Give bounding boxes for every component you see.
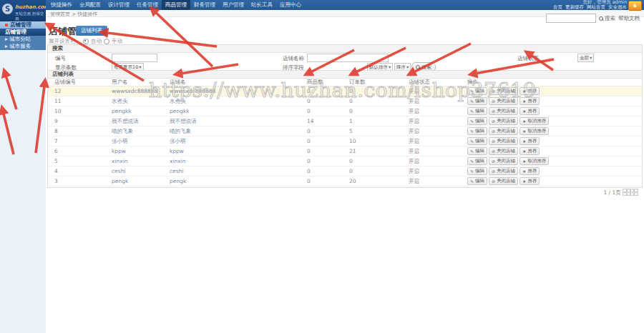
cell-goods-count: 0 — [301, 136, 343, 146]
top-link-网站首页[interactable]: 网站首页 — [587, 4, 605, 10]
top-link-安全退出[interactable]: 安全退出 — [608, 4, 627, 10]
edit-button[interactable]: ✎编辑 — [467, 167, 487, 175]
edit-button[interactable]: ✎编辑 — [467, 157, 487, 165]
nav-tab-全局配置[interactable]: 全局配置 — [76, 0, 104, 10]
page-button[interactable]: » — [634, 189, 638, 196]
cell-actions: ✎编辑⊘关闭店铺★推荐 — [461, 96, 642, 106]
cell-goods-count: 0 — [301, 126, 343, 136]
radio-manual[interactable] — [104, 39, 109, 44]
status-label: 店铺状态 — [517, 55, 539, 62]
nav-tab-财务管理[interactable]: 财务管理 — [190, 0, 219, 10]
table-row[interactable]: 7张小萌张小萌010开启✎编辑⊘关闭店铺★推荐 — [48, 136, 642, 146]
page-button[interactable]: › — [630, 189, 634, 196]
table-row[interactable]: 3pengkpengk020开启✎编辑⊘关闭店铺★推荐 — [48, 177, 642, 187]
cell-shop-name: 我不想说话 — [163, 116, 301, 126]
recommend-button[interactable]: ★取消推荐 — [519, 117, 549, 125]
status-select[interactable]: 全部▾ — [577, 54, 594, 62]
quick-search-input[interactable] — [546, 14, 596, 23]
nav-tab-商品管理[interactable]: 商品管理 — [162, 0, 190, 10]
chevron-down-icon: ▾ — [590, 55, 592, 61]
cell-actions: ✎编辑⊘关闭店铺★取消推荐 — [461, 156, 642, 166]
recommend-button[interactable]: ★推荐 — [519, 167, 540, 175]
edit-button[interactable]: ✎编辑 — [467, 137, 487, 145]
edit-button[interactable]: ✎编辑 — [467, 147, 487, 155]
nav-tab-用户管理[interactable]: 用户管理 — [219, 0, 248, 10]
edit-button[interactable]: ✎编辑 — [467, 127, 487, 135]
search-icon — [416, 65, 420, 69]
table-row[interactable]: 10pengkkpengkk00开启✎编辑⊘关闭店铺★推荐 — [48, 106, 642, 116]
edit-button[interactable]: ✎编辑 — [467, 107, 487, 115]
recommend-button[interactable]: ★推荐 — [519, 177, 540, 185]
table-row[interactable]: 4ceshiceshi00开启✎编辑⊘关闭店铺★推荐 — [48, 166, 642, 177]
sidebar-item-1[interactable]: 店铺管理 — [0, 29, 46, 36]
top-link-首页[interactable]: 首页 — [553, 4, 562, 10]
close-shop-button[interactable]: ⊘关闭店铺 — [489, 127, 518, 135]
recommend-button[interactable]: ★推荐 — [519, 147, 540, 155]
nav-tab-快捷操作[interactable]: 快捷操作 — [47, 0, 76, 10]
table-row[interactable]: 9我不想说话我不想说话141开启✎编辑⊘关闭店铺★取消推荐 — [48, 116, 642, 126]
cell-goods-count: 0 — [301, 96, 343, 106]
cell-shop-id: 11 — [48, 96, 105, 106]
close-shop-button[interactable]: ⊘关闭店铺 — [489, 137, 518, 145]
close-shop-button[interactable]: ⊘关闭店铺 — [489, 157, 518, 165]
recommend-button[interactable]: ★取消推荐 — [519, 127, 549, 135]
nav-tab-任务管理[interactable]: 任务管理 — [133, 0, 162, 10]
edit-button[interactable]: ✎编辑 — [467, 87, 487, 95]
close-shop-button[interactable]: ⊘关闭店铺 — [489, 107, 518, 115]
close-shop-button[interactable]: ⊘关闭店铺 — [489, 97, 518, 105]
close-shop-button[interactable]: ⊘关闭店铺 — [489, 177, 518, 185]
ban-icon: ⊘ — [492, 108, 495, 114]
edit-button[interactable]: ✎编辑 — [467, 177, 487, 185]
nav-tab-设计管理[interactable]: 设计管理 — [104, 0, 133, 10]
recommend-button[interactable]: ★推荐 — [519, 97, 540, 105]
close-shop-button[interactable]: ⊘关闭店铺 — [489, 147, 518, 155]
shop-name-input[interactable] — [307, 54, 389, 62]
shop-list-button[interactable]: 店铺列表 — [76, 26, 107, 36]
recommend-button[interactable]: ★推荐 — [519, 137, 540, 145]
chevron-down-icon: ▾ — [406, 64, 409, 70]
close-shop-button[interactable]: ⊘关闭店铺 — [489, 167, 518, 175]
cell-goods-count: 0 — [301, 177, 343, 187]
cell-orders-count: 21 — [343, 146, 402, 156]
cell-username: xinxin — [105, 156, 163, 166]
recommend-button[interactable]: ★推荐 — [519, 107, 540, 115]
nav-tab-站长工具[interactable]: 站长工具 — [248, 0, 276, 10]
table-row[interactable]: 5xinxinxinxin00开启✎编辑⊘关闭店铺★取消推荐 — [48, 156, 642, 166]
column-header: 店铺名 — [163, 79, 301, 86]
table-row[interactable]: 8喵的飞象喵的飞象05开启✎编辑⊘关闭店铺★取消推荐 — [48, 126, 642, 136]
cell-shop-status: 开启 — [402, 116, 461, 126]
quick-search-button[interactable]: 搜索 — [599, 15, 615, 22]
help-doc-link[interactable]: 帮助文档 — [618, 15, 640, 22]
top-link-更新缓存[interactable]: 更新缓存 — [565, 4, 584, 10]
nav-tab-应用中心[interactable]: 应用中心 — [276, 0, 305, 10]
site-logo[interactable]: S huzhan.com 互站交易 担保交易 — [0, 0, 46, 21]
cell-goods-count: 0 — [301, 86, 343, 96]
cell-shop-name: kppw — [163, 146, 301, 156]
table-row[interactable]: 6kppwkppw021开启✎编辑⊘关闭店铺★推荐 — [48, 146, 642, 156]
close-shop-button[interactable]: ⊘关闭店铺 — [489, 87, 518, 95]
cell-orders-count: 0 — [343, 166, 402, 177]
sidebar-item-3[interactable]: ▸ 城市服务 — [0, 43, 46, 50]
ban-icon: ⊘ — [492, 158, 495, 164]
mascot-icon[interactable]: ♞ — [628, 1, 642, 11]
table-header-row: 店铺编号用户名店铺名商品数订单数店铺状态操作 — [48, 79, 642, 86]
column-header: 商品数 — [301, 79, 343, 86]
close-shop-button[interactable]: ⊘关闭店铺 — [489, 117, 518, 125]
recommend-button[interactable]: ★取消推荐 — [519, 157, 549, 165]
ban-icon: ⊘ — [492, 168, 495, 174]
table-row[interactable]: 12wwwsxdc888888wwwsxdc88888800开启✎编辑⊘关闭店铺… — [48, 86, 642, 96]
cell-shop-name: xinxin — [163, 156, 301, 166]
ban-icon: ⊘ — [492, 118, 495, 124]
id-input[interactable] — [112, 54, 157, 62]
recommend-button[interactable]: ★推荐 — [519, 87, 540, 95]
cell-shop-id: 6 — [48, 146, 105, 156]
cell-username: pengkk — [105, 106, 163, 116]
cell-actions: ✎编辑⊘关闭店铺★取消推荐 — [461, 116, 642, 126]
table-row[interactable]: 11水煮头水煮头00开启✎编辑⊘关闭店铺★推荐 — [48, 96, 642, 106]
edit-button[interactable]: ✎编辑 — [467, 117, 487, 125]
edit-button[interactable]: ✎编辑 — [467, 97, 487, 105]
radio-auto[interactable] — [83, 39, 89, 44]
sidebar-item-2[interactable]: ▸ 城市分站 — [0, 36, 46, 43]
cell-orders-count: 0 — [343, 96, 402, 106]
sidebar-item-0[interactable]: 店铺管理 — [0, 21, 46, 29]
